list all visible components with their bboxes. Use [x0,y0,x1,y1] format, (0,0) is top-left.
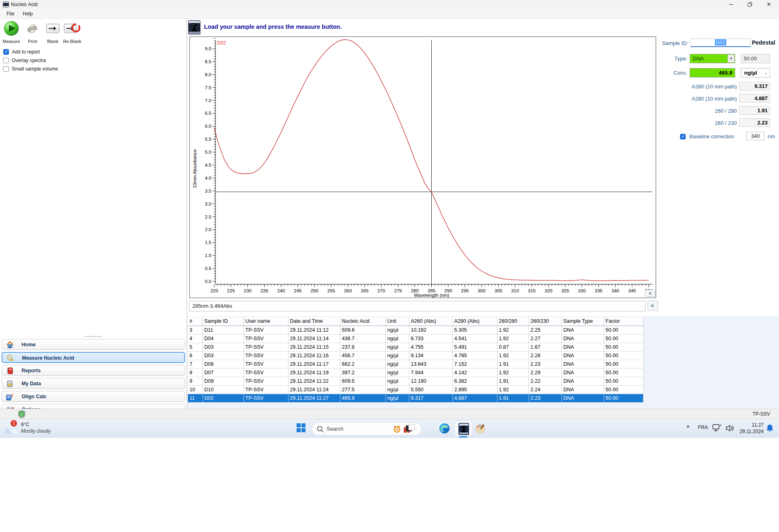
column-header[interactable]: 260/230 [529,317,562,326]
nanodrop-app-taskbar-icon[interactable] [454,420,472,437]
table-row[interactable]: 7D08TP-SSV29.11.2024 11:17682.2ng/µl13.6… [188,360,643,368]
sidebar-item-reports[interactable]: Reports [2,365,185,376]
table-row[interactable]: 3D11TP-SSV29.11.2024 11:12509.6ng/µl10.1… [188,326,643,334]
baseline-correction-label: Baseline correction [689,133,734,139]
table-row[interactable]: 11D02TP-SSV29.11.2024 11:27465.9ng/µl9.3… [188,394,643,402]
restore-button[interactable] [741,0,759,9]
table-cell: 8.733 [409,334,452,343]
column-header[interactable]: Unit [385,317,409,326]
add-to-report-checkbox[interactable]: Add to report [3,48,40,54]
minimize-button[interactable]: ─ [722,0,740,9]
table-cell: D11 [202,326,243,334]
table-cell: TP-SSV [243,351,288,360]
table-row[interactable]: 8D07TP-SSV29.11.2024 11:19397.2ng/µl7.94… [188,368,643,377]
table-cell: 5.491 [452,343,497,351]
table-row[interactable]: 4D04TP-SSV29.11.2024 11:14436.7ng/µl8.73… [188,334,643,343]
table-cell: DNA [562,334,604,343]
factor-field[interactable]: 50.00 [741,54,770,63]
column-header[interactable]: A260 (Abs) [409,317,452,326]
crosshair [215,40,652,284]
chart-collapse-left-button[interactable]: « [645,290,656,297]
column-header[interactable]: A280 (Abs) [452,317,497,326]
menu-help[interactable]: Help [21,11,34,17]
column-header[interactable]: Sample ID [202,317,243,326]
sidebar-item-home[interactable]: Home [2,339,185,350]
column-header[interactable]: Factor [604,317,643,326]
clock[interactable]: 11:27 29.11.2024 [734,422,764,435]
sidebar-item-oligo-calc[interactable]: Oligo Calc [2,391,185,402]
sidebar-item-my-data[interactable]: My Data [2,378,185,389]
svg-text:260: 260 [344,288,352,293]
my-data-icon [6,380,14,388]
type-label: Type: [633,56,687,62]
restore-icon [747,2,752,7]
volume-icon[interactable] [725,424,734,432]
column-header[interactable]: Sample Type [562,317,604,326]
table-cell: 50.00 [604,360,643,368]
a260-value: 9.317 [739,82,770,90]
ratio-260-280-value: 1.91 [739,106,770,115]
language-indicator[interactable]: FRA [698,425,708,430]
spectrum-chart: 2202252302352402452502552602652702752802… [189,36,656,298]
task-view-icon[interactable] [405,423,415,433]
column-header[interactable]: Nucleic Acid [340,317,385,326]
table-cell: D02 [202,394,243,402]
paint-app-icon[interactable] [475,423,486,434]
close-button[interactable]: ✕ [760,0,778,9]
baseline-wavelength-field[interactable]: 340 [747,132,764,140]
sidebar-item-measure-nucleic-acid[interactable]: Measure Nucleic Acid [2,352,185,363]
small-sample-volume-checkbox[interactable]: Small sample volume [3,65,58,71]
table-cell: 2.23 [529,360,562,368]
svg-text:8.0: 8.0 [205,72,211,77]
start-button[interactable] [296,423,306,433]
sample-id-label: Sample ID: [629,40,688,46]
notification-bell-icon[interactable] [766,424,774,433]
edge-browser-icon[interactable] [439,423,450,434]
svg-text:5.5: 5.5 [205,137,211,142]
table-cell: 7.152 [452,360,497,368]
menu-file[interactable]: File [5,11,16,17]
type-dropdown[interactable]: DNA ▼ [690,54,735,63]
axes: 2202252302352402452502552602652702752802… [192,38,653,298]
pedestal-mode-label: Pedestal [752,39,775,46]
unit-dropdown[interactable]: ng/µl ⌄ [741,68,770,77]
svg-text:240: 240 [277,288,285,293]
column-header[interactable]: 260/280 [497,317,529,326]
network-icon[interactable] [712,424,721,432]
table-cell: 11 [188,394,202,402]
splitter-handle[interactable]: ••••••••• [69,335,118,337]
measure-button[interactable]: Measure [1,20,22,44]
table-row[interactable]: 5D03TP-SSV29.11.2024 11:15237.8ng/µl4.75… [188,343,643,351]
chart-collapse-down-button[interactable]: » [648,300,658,311]
sample-id-input[interactable]: D02 [691,39,751,47]
svg-text:3.5: 3.5 [205,189,211,193]
table-cell: 6.382 [452,377,497,385]
tray-date: 29.11.2024 [734,428,764,435]
table-cell: D09 [202,377,243,385]
chevron-down-icon: ▼ [727,55,734,62]
table-cell: ng/µl [385,351,409,360]
table-cell: TP-SSV [243,368,288,377]
baseline-correction-checkbox[interactable] [680,134,686,139]
svg-text:6.5: 6.5 [205,111,211,116]
weather-condition: Mostly cloudy [21,428,51,434]
table-row[interactable]: 9D09TP-SSV29.11.2024 11:22609.5ng/µl12.1… [188,377,643,385]
table-row[interactable]: 6D03TP-SSV29.11.2024 11:16456.7ng/µl9.13… [188,351,643,360]
table-cell: ng/µl [385,343,409,351]
checkbox-icon [3,58,9,63]
blank-button[interactable]: Blank [42,20,63,44]
table-cell: D07 [202,368,243,377]
overlay-spectra-checkbox[interactable]: Overlay spectra [3,56,46,63]
column-header[interactable]: Date and Time [288,317,340,326]
column-header[interactable]: User name [243,317,288,326]
table-cell: 9 [188,377,202,385]
column-header[interactable]: # [188,317,202,326]
tray-expand-chevron[interactable]: ^ [686,424,690,430]
app-icon [3,2,9,7]
print-button[interactable]: Print [22,20,43,44]
table-row[interactable]: 10D10TP-SSV29.11.2024 11:24277.5ng/µl5.5… [188,385,643,394]
reblank-button[interactable]: Re-Blank [62,20,83,44]
y-axis-label: 10mm Absorbance [192,149,197,188]
svg-text:5.0: 5.0 [205,150,211,154]
search-placeholder: Search [327,426,343,432]
